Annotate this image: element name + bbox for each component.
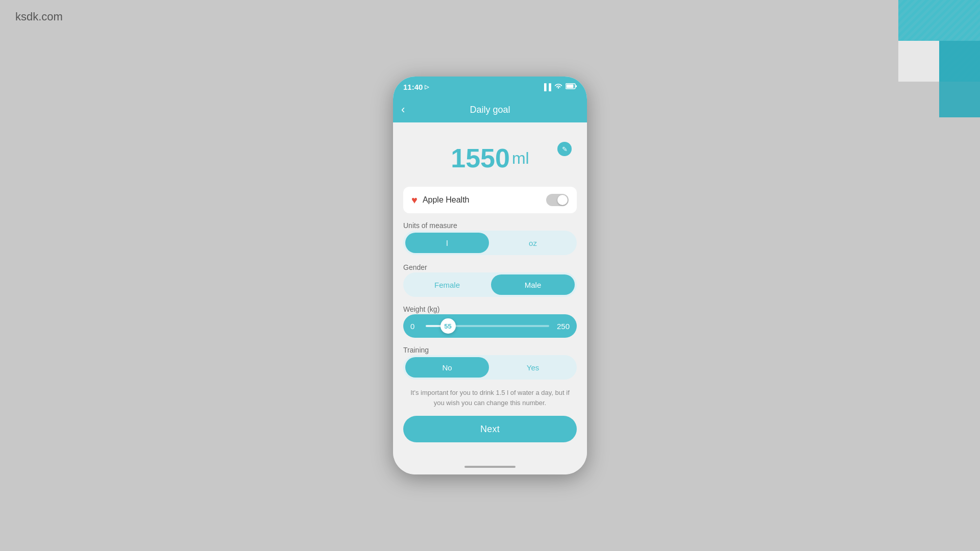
info-text: It's important for you to drink 1.5 l of… (403, 388, 577, 408)
weight-min: 0 (410, 322, 421, 331)
edit-icon: ✎ (562, 145, 568, 153)
status-bar: 11:40 ▷ ▐▐ (393, 77, 587, 97)
content-area: 1550 ml ✎ ♥ Apple Health Units of measur… (393, 122, 587, 459)
decoration-top-right (868, 0, 980, 119)
gender-male-button[interactable]: Male (491, 274, 575, 295)
nav-bar: ‹ Daily goal (393, 97, 587, 122)
status-icons: ▐▐ (542, 83, 577, 91)
units-btn-group: l oz (403, 231, 577, 255)
units-label: Units of measure (403, 221, 577, 230)
training-yes-button[interactable]: Yes (491, 357, 575, 378)
status-time: 11:40 ▷ (403, 83, 429, 91)
home-bar (464, 466, 516, 468)
unit-l-button[interactable]: l (405, 233, 489, 253)
weight-max: 250 (554, 322, 570, 331)
goal-display: 1550 ml ✎ (403, 133, 577, 179)
weight-thumb[interactable]: 55 (440, 318, 456, 334)
time-display: 11:40 (403, 83, 423, 91)
apple-health-label: Apple Health (423, 195, 470, 205)
weight-label: Weight (kg) (403, 305, 577, 313)
svg-rect-4 (939, 41, 980, 117)
wifi-icon (554, 83, 562, 91)
apple-health-left: ♥ Apple Health (411, 194, 470, 206)
location-icon: ▷ (425, 84, 429, 90)
unit-oz-button[interactable]: oz (491, 233, 575, 253)
phone-shell: 11:40 ▷ ▐▐ ‹ Daily goal (393, 77, 587, 474)
gender-btn-group: Female Male (403, 272, 577, 297)
weight-container: 0 55 250 (403, 314, 577, 338)
battery-icon (566, 83, 577, 91)
gender-female-button[interactable]: Female (405, 274, 489, 295)
apple-health-toggle[interactable] (546, 194, 569, 206)
training-no-button[interactable]: No (405, 357, 489, 378)
gender-section: Gender Female Male (403, 263, 577, 297)
gender-label: Gender (403, 263, 577, 271)
svg-rect-3 (898, 41, 939, 82)
watermark: ksdk.com (15, 10, 63, 23)
goal-unit: ml (512, 149, 529, 168)
home-indicator (393, 459, 587, 474)
training-section: Training No Yes (403, 346, 577, 380)
svg-rect-6 (567, 84, 574, 88)
training-label: Training (403, 346, 577, 354)
next-button[interactable]: Next (403, 416, 577, 442)
weight-section: Weight (kg) 0 55 250 (403, 305, 577, 338)
nav-title: Daily goal (470, 105, 510, 115)
svg-rect-7 (576, 85, 577, 87)
units-section: Units of measure l oz (403, 221, 577, 255)
edit-goal-button[interactable]: ✎ (557, 142, 572, 156)
heart-icon: ♥ (411, 194, 418, 206)
signal-icon: ▐▐ (542, 83, 551, 91)
back-button[interactable]: ‹ (401, 103, 405, 116)
weight-current: 55 (444, 322, 451, 330)
weight-track[interactable]: 55 (426, 325, 549, 327)
training-btn-group: No Yes (403, 355, 577, 380)
apple-health-row: ♥ Apple Health (403, 187, 577, 213)
goal-value: 1550 (451, 143, 510, 173)
